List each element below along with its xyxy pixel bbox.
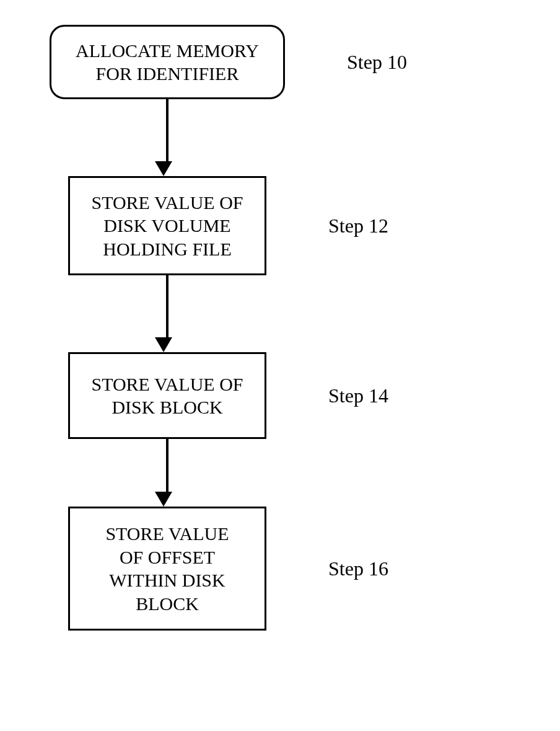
step-box-4: STORE VALUEOF OFFSETWITHIN DISKBLOCK [68, 507, 266, 631]
step-text-1: ALLOCATE MEMORYFOR IDENTIFIER [76, 39, 259, 86]
step-box-1: ALLOCATE MEMORYFOR IDENTIFIER [50, 25, 285, 99]
flowchart-container: ALLOCATE MEMORYFOR IDENTIFIER Step 10 ST… [37, 25, 533, 631]
step-label-3: Step 14 [328, 384, 388, 407]
step-label-4: Step 16 [328, 557, 388, 580]
step-label-1: Step 10 [347, 51, 407, 74]
step-box-3: STORE VALUE OFDISK BLOCK [68, 352, 266, 439]
step-row-4: STORE VALUEOF OFFSETWITHIN DISKBLOCK Ste… [37, 507, 533, 631]
step-text-4: STORE VALUEOF OFFSETWITHIN DISKBLOCK [105, 522, 229, 615]
step-text-2: STORE VALUE OFDISK VOLUMEHOLDING FILE [91, 191, 243, 261]
arrow-2 [37, 275, 297, 352]
step-label-2: Step 12 [328, 215, 388, 237]
step-text-3: STORE VALUE OFDISK BLOCK [91, 373, 243, 419]
arrow-1 [37, 99, 297, 176]
step-row-2: STORE VALUE OFDISK VOLUMEHOLDING FILE St… [37, 176, 533, 275]
arrow-3 [37, 439, 297, 507]
step-row-1: ALLOCATE MEMORYFOR IDENTIFIER Step 10 [37, 25, 533, 99]
step-row-3: STORE VALUE OFDISK BLOCK Step 14 [37, 352, 533, 439]
step-box-2: STORE VALUE OFDISK VOLUMEHOLDING FILE [68, 176, 266, 275]
